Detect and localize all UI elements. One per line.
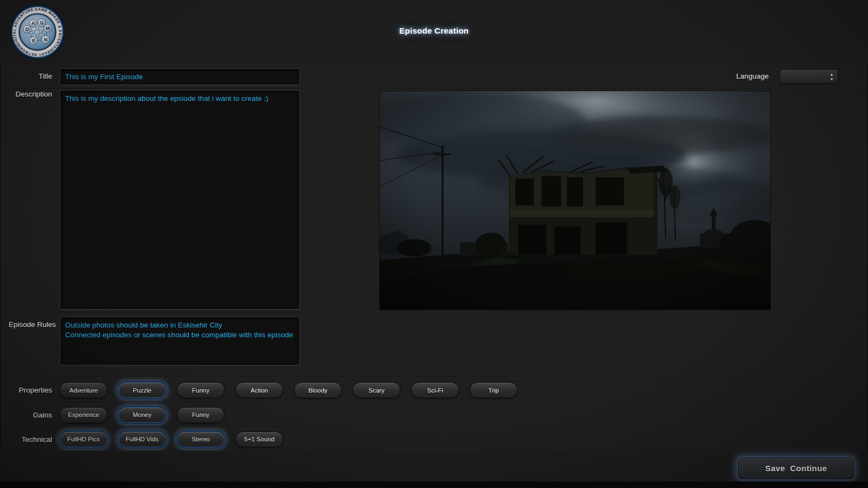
title-label: Title <box>0 64 52 89</box>
svg-text:N: N <box>44 37 48 42</box>
technical-row: Technical FullHD PicsFullHD VidsStereo5+… <box>0 426 868 452</box>
episode-rules-textarea[interactable]: Outside photos should be taken in Eskise… <box>60 317 300 365</box>
tag-action[interactable]: Action <box>235 382 283 398</box>
svg-text:E: E <box>32 38 35 43</box>
tag-5-1-sound[interactable]: 5+1 Sound <box>235 432 283 447</box>
ruined-house-scene <box>380 91 770 310</box>
header-bar: DIGITAL ADVENTURE GAME MAKER & ENTERTAIN… <box>0 0 868 64</box>
tag-puzzle[interactable]: Puzzle <box>118 382 166 398</box>
technical-pills: FullHD PicsFullHD VidsStereo5+1 Sound <box>60 432 283 447</box>
language-label: Language <box>736 64 769 89</box>
tag-money[interactable]: Money <box>118 407 166 423</box>
page-title: Episode Creation <box>0 26 868 35</box>
title-input[interactable] <box>60 68 300 85</box>
tag-fullhd-pics[interactable]: FullHD Pics <box>60 432 107 447</box>
properties-pills: AdventurePuzzleFunnyActionBloodyScarySci… <box>60 382 518 398</box>
episode-photo <box>380 91 770 310</box>
properties-row: Properties AdventurePuzzleFunnyActionBlo… <box>0 377 868 403</box>
description-section: Description This is my description about… <box>0 88 868 314</box>
description-textarea[interactable]: This is my description about the epsiode… <box>60 90 300 310</box>
tag-experience[interactable]: Experience <box>60 407 107 423</box>
tag-fullhd-vids[interactable]: FullHD Vids <box>118 432 166 447</box>
title-row: Title Language ▲▼ <box>0 63 868 89</box>
tag-bloody[interactable]: Bloody <box>294 382 342 398</box>
svg-text:A: A <box>31 21 35 26</box>
properties-label: Properties <box>0 386 52 394</box>
tag-adventure[interactable]: Adventure <box>60 382 107 398</box>
episode-creation-window: DIGITAL ADVENTURE GAME MAKER & ENTERTAIN… <box>0 0 868 488</box>
tag-scary[interactable]: Scary <box>353 382 400 398</box>
episode-rules-label: Episode Rules <box>0 320 56 329</box>
save-continue-button[interactable]: Save Continue <box>738 457 854 479</box>
gains-pills: ExperienceMoneyFunny <box>60 407 225 423</box>
spinner-arrows-icon[interactable]: ▲▼ <box>829 72 834 82</box>
gains-label: Gains <box>0 411 52 419</box>
gains-row: Gains ExperienceMoneyFunny <box>0 402 868 427</box>
tag-trip[interactable]: Trip <box>470 382 518 398</box>
description-label: Description <box>0 90 52 98</box>
tag-funny[interactable]: Funny <box>177 382 225 398</box>
footer-bar: Save Continue <box>0 451 868 482</box>
svg-text:G: G <box>40 20 43 25</box>
tag-stereo[interactable]: Stereo <box>177 432 225 447</box>
technical-label: Technical <box>0 435 52 444</box>
tag-sci-fi[interactable]: Sci-Fi <box>411 382 459 398</box>
language-select[interactable]: ▲▼ <box>780 69 838 84</box>
bottom-edge-strip <box>0 481 868 488</box>
episode-rules-section: Episode Rules Outside photos should be t… <box>0 313 868 377</box>
tag-funny[interactable]: Funny <box>177 407 225 423</box>
